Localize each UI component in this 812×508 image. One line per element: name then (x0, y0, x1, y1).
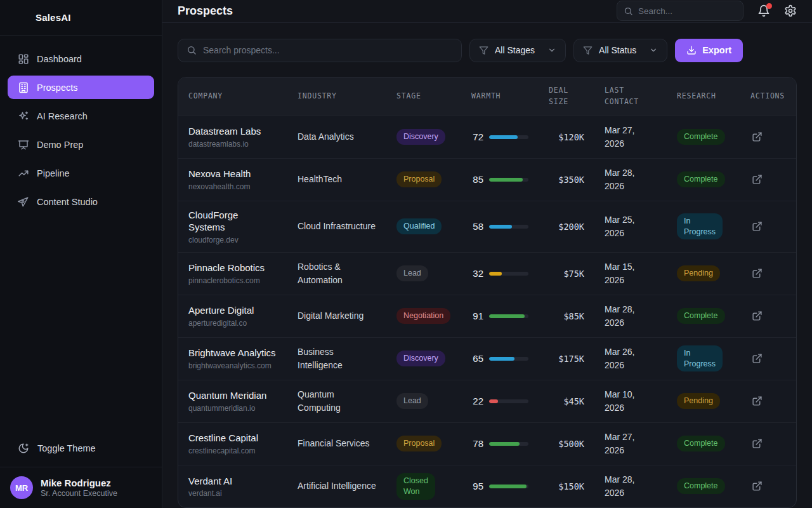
app-window: SalesAI Dashboard Prospects AI Research … (0, 0, 812, 508)
table-row[interactable]: Aperture Digital aperturedigital.co Digi… (178, 295, 797, 337)
stage-badge: Proposal (396, 171, 442, 187)
open-external-button[interactable] (750, 479, 764, 493)
last-contact-cell: Mar 27, 2026 (594, 422, 667, 465)
industry-cell: HealthTech (287, 158, 386, 201)
table-row[interactable]: Pinnacle Robotics pinnaclerobotics.com R… (178, 252, 797, 295)
industry-cell: Business Intelligence (287, 337, 386, 380)
export-button[interactable]: Export (675, 39, 743, 62)
column-header-warmth: WARMTH (461, 77, 539, 116)
table-row[interactable]: Brightwave Analytics brightwaveanalytics… (178, 337, 797, 380)
research-badge: Complete (677, 478, 725, 494)
column-header-actions: ACTIONS (740, 77, 797, 116)
table-row[interactable]: Nexova Health nexovahealth.com HealthTec… (178, 158, 797, 201)
external-link-icon (752, 481, 763, 491)
stage-filter-dropdown[interactable]: All Stages (469, 39, 566, 62)
table-row[interactable]: Crestline Capital crestlinecapital.com F… (178, 422, 797, 465)
sidebar-item-demo-prep[interactable]: Demo Prep (8, 133, 154, 156)
sidebar-item-pipeline[interactable]: Pipeline (8, 161, 154, 185)
user-role: Sr. Account Executive (41, 489, 117, 498)
research-cell: In Progress (667, 201, 740, 252)
warmth-value: 85 (471, 174, 483, 185)
table-row[interactable]: Datastream Labs datastreamlabs.io Data A… (178, 116, 797, 158)
last-contact-cell: Mar 28, 2026 (594, 295, 667, 337)
top-header: Prospects (162, 0, 812, 23)
actions-cell (740, 380, 797, 422)
sidebar-item-prospects[interactable]: Prospects (8, 76, 154, 99)
status-filter-value: All Status (599, 45, 636, 55)
open-external-button[interactable] (750, 352, 764, 365)
industry-cell: Robotics & Automation (287, 252, 386, 295)
company-name: Quantum Meridian (188, 389, 277, 402)
column-header-last-contact: LAST CONTACT (594, 77, 667, 116)
presentation-icon (18, 139, 29, 150)
stage-cell: Lead (386, 380, 461, 422)
dashboard-icon (18, 53, 29, 65)
actions-cell (740, 252, 797, 295)
warmth-cell: 22 (461, 380, 539, 422)
warmth-cell: 85 (461, 158, 539, 201)
warmth-cell: 58 (461, 201, 539, 252)
settings-button[interactable] (784, 4, 797, 17)
warmth-cell: 32 (461, 252, 539, 295)
company-cell: Pinnacle Robotics pinnaclerobotics.com (178, 252, 287, 295)
company-cell: Crestline Capital crestlinecapital.com (178, 422, 287, 465)
research-cell: Complete (667, 116, 740, 158)
stage-cell: Negotiation (386, 295, 461, 337)
stage-badge: Proposal (396, 436, 442, 451)
open-external-button[interactable] (750, 267, 764, 280)
table-row[interactable]: Verdant AI verdant.ai Artificial Intelli… (178, 465, 797, 507)
external-link-icon (752, 396, 763, 406)
open-external-button[interactable] (750, 220, 764, 233)
warmth-value: 72 (471, 131, 483, 142)
global-search-input[interactable] (638, 6, 737, 16)
open-external-button[interactable] (750, 173, 764, 186)
deal-size-cell: $350K (539, 158, 594, 201)
sidebar-item-label: AI Research (37, 111, 88, 121)
chevron-down-icon (649, 46, 658, 55)
stage-badge: Closed Won (396, 473, 435, 500)
company-name: Brightwave Analytics (188, 347, 277, 359)
sidebar-item-ai-research[interactable]: AI Research (8, 104, 154, 128)
open-external-button[interactable] (750, 309, 764, 323)
sidebar-item-content-studio[interactable]: Content Studio (8, 190, 154, 213)
warmth-bar-fill (489, 135, 518, 139)
user-profile[interactable]: MR Mike Rodriguez Sr. Account Executive (0, 467, 162, 508)
last-contact-cell: Mar 28, 2026 (594, 465, 667, 507)
deal-size-cell: $150K (539, 465, 594, 507)
stage-filter-value: All Stages (495, 45, 535, 55)
open-external-button[interactable] (750, 394, 764, 408)
warmth-cell: 95 (461, 465, 539, 507)
warmth-bar (489, 485, 528, 488)
open-external-button[interactable] (750, 437, 764, 450)
deal-size-cell: $200K (539, 201, 594, 252)
table-row[interactable]: Quantum Meridian quantummeridian.io Quan… (178, 380, 797, 422)
table-row[interactable]: CloudForge Systems cloudforge.dev Cloud … (178, 201, 797, 252)
prospects-table-body: Datastream Labs datastreamlabs.io Data A… (178, 116, 797, 507)
open-external-button[interactable] (750, 130, 764, 144)
warmth-bar-fill (489, 399, 498, 403)
external-link-icon (752, 131, 763, 142)
theme-toggle-button[interactable]: Toggle Theme (0, 436, 162, 467)
warmth-bar (489, 357, 528, 361)
company-domain: pinnaclerobotics.com (188, 276, 277, 285)
last-contact-cell: Mar 15, 2026 (594, 252, 667, 295)
column-header-deal-size: DEAL SIZE (539, 77, 594, 116)
company-domain: verdant.ai (188, 489, 277, 498)
stage-badge: Qualified (396, 218, 442, 234)
prospects-search-input[interactable] (203, 45, 453, 55)
company-cell: Brightwave Analytics brightwaveanalytics… (178, 337, 287, 380)
actions-cell (740, 422, 797, 465)
notifications-button[interactable] (757, 4, 770, 17)
filter-icon (479, 46, 488, 55)
company-name: Crestline Capital (188, 432, 277, 444)
industry-cell: Quantum Computing (287, 380, 386, 422)
research-badge: Complete (677, 308, 725, 324)
actions-cell (740, 201, 797, 252)
last-contact-cell: Mar 25, 2026 (594, 201, 667, 252)
status-filter-dropdown[interactable]: All Status (573, 39, 667, 62)
research-cell: In Progress (667, 337, 740, 380)
warmth-cell: 91 (461, 295, 539, 337)
warmth-value: 58 (471, 221, 483, 232)
filter-toolbar: All Stages All Status Export (178, 39, 797, 62)
sidebar-item-dashboard[interactable]: Dashboard (8, 47, 154, 70)
